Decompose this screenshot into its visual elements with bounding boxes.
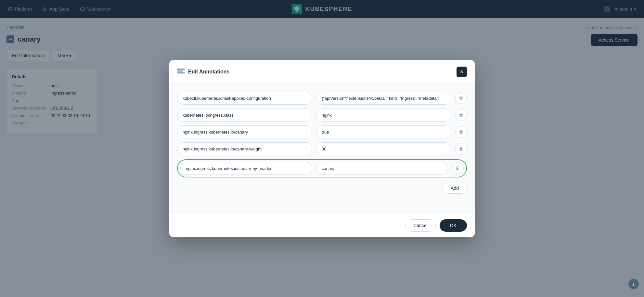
cancel-button[interactable]: Cancel [405, 219, 436, 232]
delete-button-2[interactable]: 🗑 [455, 109, 467, 121]
add-annotation-button[interactable]: Add [443, 183, 467, 194]
edit-annotations-modal: Edit Annotations × 🗑 🗑 🗑 [169, 60, 475, 237]
trash-icon-1: 🗑 [459, 96, 463, 101]
trash-icon-5: 🗑 [456, 166, 460, 171]
modal-title: Edit Annotations [188, 69, 229, 75]
annotation-key-input-1[interactable] [177, 92, 312, 105]
ok-button[interactable]: OK [440, 219, 467, 232]
delete-button-4[interactable]: 🗑 [455, 143, 467, 155]
floating-help-button[interactable]: i [628, 279, 639, 289]
trash-icon-2: 🗑 [459, 112, 463, 118]
annotation-row-5-active: 🗑 [177, 159, 467, 177]
annotation-val-input-4[interactable] [316, 142, 451, 155]
annotation-key-input-5[interactable] [180, 162, 312, 175]
trash-icon-3: 🗑 [459, 129, 463, 135]
annotation-row-4: 🗑 [177, 142, 467, 155]
modal-body: 🗑 🗑 🗑 🗑 [169, 84, 475, 214]
delete-button-5[interactable]: 🗑 [452, 162, 464, 174]
annotation-row-3: 🗑 [177, 125, 467, 138]
annotation-key-input-2[interactable] [177, 109, 312, 122]
annotation-key-input-4[interactable] [177, 142, 312, 155]
annotation-row-2: 🗑 [177, 109, 467, 122]
annotation-val-input-3[interactable] [316, 125, 451, 138]
annotations-icon [177, 69, 185, 75]
add-btn-container: Add [177, 183, 467, 194]
modal-footer: Cancel OK [169, 214, 475, 237]
annotation-val-input-5[interactable] [316, 162, 448, 175]
delete-button-1[interactable]: 🗑 [455, 92, 467, 104]
annotation-row-1: 🗑 [177, 92, 467, 105]
floating-icon: i [633, 281, 634, 287]
trash-icon-4: 🗑 [459, 146, 463, 151]
annotation-val-input-1[interactable] [316, 92, 451, 105]
annotation-key-input-3[interactable] [177, 125, 312, 138]
modal-close-button[interactable]: × [457, 67, 467, 77]
modal-header: Edit Annotations × [169, 60, 475, 84]
annotation-val-input-2[interactable] [316, 109, 451, 122]
delete-button-3[interactable]: 🗑 [455, 126, 467, 138]
modal-header-left: Edit Annotations [177, 69, 229, 75]
